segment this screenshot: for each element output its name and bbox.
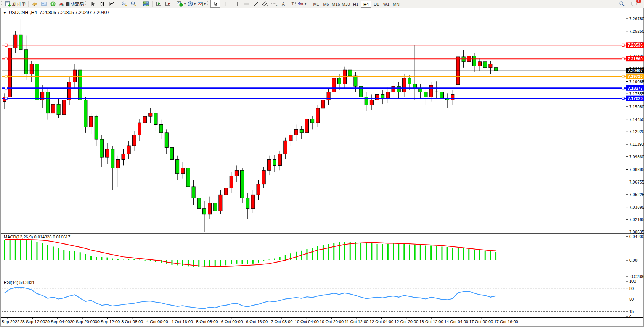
candle-body bbox=[14, 35, 17, 48]
tile-windows-icon bbox=[143, 1, 149, 7]
macd-histogram-bar bbox=[479, 250, 480, 260]
candle-body bbox=[305, 119, 308, 133]
bar-chart-mode-button[interactable] bbox=[89, 0, 98, 7]
macd-histogram-bar bbox=[215, 260, 216, 266]
new-order-label: 新订单 bbox=[12, 1, 26, 7]
vertical-line-tool-button[interactable] bbox=[233, 0, 242, 7]
text-tool-button[interactable]: A bbox=[279, 0, 288, 7]
candle-body bbox=[321, 100, 325, 108]
price-tick-label: 7.05225 bbox=[629, 192, 644, 197]
symbol-dropdown-icon[interactable]: ▼ bbox=[3, 11, 6, 15]
line-handle[interactable] bbox=[5, 75, 7, 77]
line-handle[interactable] bbox=[5, 58, 7, 60]
macd-histogram-bar bbox=[58, 248, 59, 260]
candle-body bbox=[127, 146, 130, 154]
macd-tick-label: 0.042001 bbox=[629, 234, 644, 239]
vertical-line-icon bbox=[235, 1, 240, 7]
macd-histogram-bar bbox=[236, 260, 237, 264]
candle-body bbox=[181, 168, 185, 174]
zoom-out-button[interactable] bbox=[129, 0, 138, 7]
search-button[interactable] bbox=[617, 0, 626, 7]
indicators-button[interactable]: ▾ bbox=[176, 0, 186, 7]
auto-scroll-button[interactable] bbox=[154, 0, 163, 7]
rsi-tick-label: 15 bbox=[629, 309, 634, 314]
rsi-line bbox=[5, 287, 496, 309]
timeframe-button-H4[interactable]: H4 bbox=[361, 1, 371, 8]
zoom-in-button[interactable] bbox=[120, 0, 129, 7]
autotrading-button[interactable]: 自动交易 bbox=[58, 0, 85, 7]
price-line-label: 7.17020 bbox=[628, 96, 643, 101]
horizontal-line-tool-button[interactable] bbox=[242, 0, 251, 7]
time-tick-label: 27 Sep 2022 bbox=[0, 319, 19, 324]
candle-body bbox=[337, 78, 341, 84]
candle-body bbox=[122, 154, 125, 159]
line-handle[interactable] bbox=[622, 87, 624, 89]
signal-icon bbox=[50, 1, 56, 7]
macd-histogram-bar bbox=[279, 257, 281, 260]
crosshair-tool-button[interactable] bbox=[220, 0, 230, 7]
timeframe-button-M1[interactable]: M1 bbox=[312, 1, 321, 7]
line-handle[interactable] bbox=[622, 75, 624, 77]
accounts-button[interactable] bbox=[39, 0, 48, 7]
templates-button[interactable]: ▾ bbox=[196, 0, 206, 7]
text-label-tool-button[interactable]: T bbox=[288, 0, 297, 7]
price-line-label: 7.21860 bbox=[628, 56, 643, 61]
dropdown-caret-icon: ▾ bbox=[184, 2, 186, 6]
macd-histogram-bar bbox=[26, 240, 27, 260]
macd-histogram-bar bbox=[366, 243, 367, 260]
periods-button[interactable]: ▾ bbox=[186, 0, 196, 7]
macd-histogram-bar bbox=[393, 243, 394, 260]
timeframe-toolbar: M1M5M15M30H1H4D1W1MN bbox=[311, 0, 401, 8]
candle-body bbox=[489, 64, 492, 68]
time-tick-label: 11 Oct 12:00 bbox=[345, 319, 368, 324]
timeframe-button-MN[interactable]: MN bbox=[392, 1, 401, 7]
time-tick-label: 28 Sep 12:00 bbox=[20, 319, 45, 324]
line-handle[interactable] bbox=[5, 97, 7, 100]
cursor-tool-button[interactable] bbox=[210, 0, 220, 8]
signals-button[interactable] bbox=[48, 0, 58, 7]
new-order-button[interactable]: 新订单 bbox=[4, 0, 27, 7]
arrows-shapes-icon bbox=[298, 1, 304, 7]
timeframe-button-D1[interactable]: D1 bbox=[372, 1, 381, 7]
timeframe-button-M30[interactable]: M30 bbox=[341, 1, 350, 7]
macd-histogram-bar bbox=[350, 242, 351, 260]
line-handle[interactable] bbox=[5, 44, 7, 46]
macd-histogram-bar bbox=[101, 257, 102, 260]
time-tick-label: 5 Oct 08:00 bbox=[196, 319, 218, 324]
cursor-icon bbox=[213, 1, 218, 7]
timeframe-button-M5[interactable]: M5 bbox=[321, 1, 331, 7]
candle-body bbox=[170, 147, 173, 159]
deposit-button[interactable] bbox=[30, 0, 39, 7]
toolbar-separator bbox=[140, 1, 140, 7]
candle-body bbox=[224, 188, 228, 195]
line-handle[interactable] bbox=[622, 97, 624, 100]
notifications-button[interactable]: 1 bbox=[630, 0, 639, 7]
macd-histogram-bar bbox=[414, 245, 416, 260]
equidistant-channel-tool-button[interactable]: E bbox=[260, 0, 270, 7]
line-chart-mode-button[interactable] bbox=[107, 0, 116, 7]
timeframe-button-M15[interactable]: M15 bbox=[331, 1, 340, 7]
tile-windows-button[interactable] bbox=[141, 0, 151, 7]
line-handle[interactable] bbox=[622, 58, 624, 60]
macd-histogram-bar bbox=[31, 240, 32, 260]
timeframe-button-W1[interactable]: W1 bbox=[382, 1, 391, 7]
timeframe-button-H1[interactable]: H1 bbox=[351, 1, 360, 7]
trendline-tool-button[interactable] bbox=[251, 0, 260, 7]
svg-text:T: T bbox=[291, 2, 294, 6]
chart-canvas[interactable]: 7.267807.252507.237207.221907.206607.190… bbox=[0, 0, 644, 327]
line-handle[interactable] bbox=[5, 87, 7, 89]
arrows-tool-button[interactable]: ▾ bbox=[297, 0, 307, 7]
line-handle[interactable] bbox=[622, 44, 624, 46]
chart-title-ohlc: 7.20805 7.20805 7.20297 7.20407 bbox=[40, 10, 110, 15]
chart-shift-icon bbox=[165, 1, 171, 7]
autotrading-icon bbox=[58, 1, 64, 7]
candle-body bbox=[429, 85, 433, 97]
price-tick-label: 7.03695 bbox=[629, 205, 644, 209]
fibonacci-tool-button[interactable]: F bbox=[270, 0, 279, 7]
macd-histogram-bar bbox=[377, 244, 378, 260]
candle-body bbox=[230, 176, 233, 188]
chart-shift-button[interactable] bbox=[163, 0, 172, 7]
macd-signal-line bbox=[5, 240, 496, 267]
candlestick-mode-button[interactable] bbox=[98, 0, 107, 7]
macd-histogram-bar bbox=[53, 246, 54, 260]
